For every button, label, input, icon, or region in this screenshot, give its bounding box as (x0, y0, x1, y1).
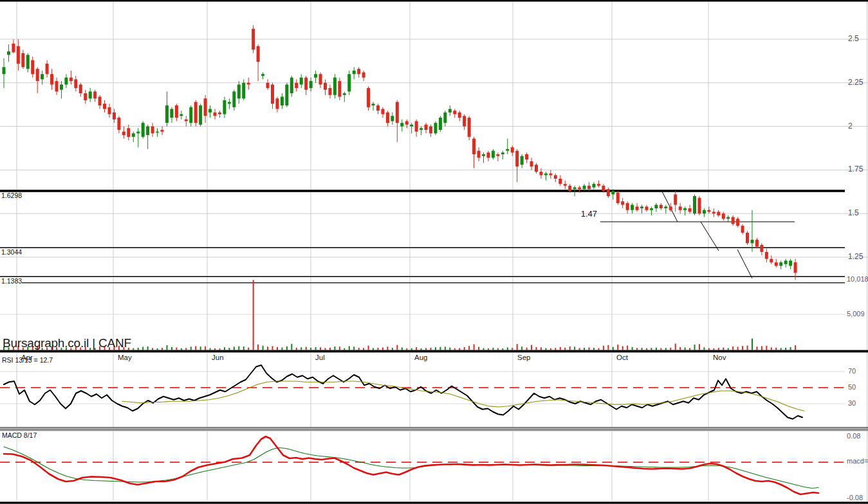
x-axis-month-label: Aug (414, 354, 427, 362)
volume-tick-label: 5,009 (847, 310, 865, 318)
volume-tick-label: 10,018 (847, 275, 868, 283)
price-annotation: 1.47 (575, 210, 597, 219)
macd-tick-label: 0.08 (847, 432, 860, 440)
x-axis-month-label: Jun (212, 354, 224, 362)
rsi-tick-label: 50 (848, 383, 856, 391)
x-axis-month-label: May (118, 354, 132, 362)
x-axis-month-label: Sep (517, 354, 530, 362)
price-tick-label: 2 (848, 122, 853, 130)
macd-panel-label: MACD 8/17 (2, 432, 37, 440)
price-tick-label: 1.75 (848, 165, 863, 174)
price-tick-label: 1.25 (848, 253, 863, 261)
chart-page: 2.5 2.25 2 1.75 1.5 1.25 1.6298 1.3044 1… (0, 0, 868, 504)
price-tick-label: 1.5 (848, 209, 859, 217)
rsi-tick-label: 30 (848, 399, 856, 407)
price-tick-label: 2.25 (848, 78, 863, 87)
x-axis-month-label: Jul (315, 354, 325, 362)
branding-watermark: Bursagraph.co.il | CANF (3, 337, 131, 350)
rsi-panel-label: RSI 13/13 = 12.7 (2, 357, 53, 364)
x-axis-month-label: Nov (713, 354, 726, 362)
rsi-tick-label: 70 (848, 367, 856, 375)
level-label: 1.1383 (1, 278, 22, 285)
macd-tick-label: -0.08 (847, 494, 863, 501)
macd-tick-label: macd=0 (847, 457, 868, 465)
price-tick-label: 2.5 (848, 35, 859, 43)
level-label: 1.3044 (1, 249, 22, 256)
x-axis-month-label: Oct (616, 354, 628, 362)
chart-canvas[interactable] (0, 0, 868, 504)
level-label: 1.6298 (1, 192, 22, 200)
